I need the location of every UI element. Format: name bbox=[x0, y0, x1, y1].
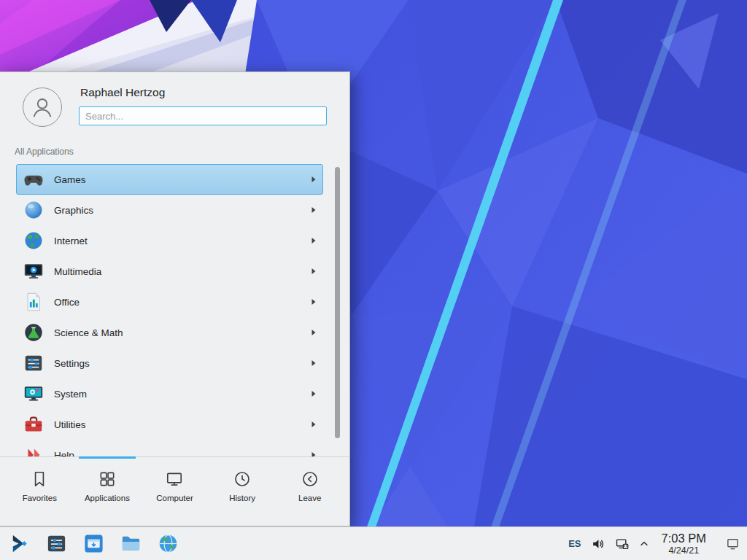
history-icon bbox=[233, 470, 252, 489]
software-center-button[interactable] bbox=[80, 531, 107, 557]
tab-label: Favorites bbox=[23, 494, 57, 502]
tab-history[interactable]: History bbox=[209, 457, 276, 526]
category-label: Settings bbox=[54, 358, 90, 369]
section-label: All Applications bbox=[0, 139, 349, 161]
category-games[interactable]: Games bbox=[16, 164, 323, 195]
user-name: Raphael Hertzog bbox=[80, 86, 165, 99]
tab-label: Computer bbox=[156, 494, 193, 502]
launcher-footer-tabs: Favorites Applications Computer History … bbox=[0, 456, 349, 526]
submenu-arrow-icon bbox=[311, 237, 317, 244]
games-icon bbox=[23, 168, 44, 190]
tab-favorites[interactable]: Favorites bbox=[6, 457, 74, 526]
submenu-arrow-icon bbox=[311, 268, 317, 275]
application-launcher-menu: Raphael Hertzog All Applications Games G… bbox=[0, 71, 350, 526]
category-office[interactable]: Office bbox=[16, 287, 323, 317]
tab-label: Applications bbox=[85, 494, 130, 502]
kickoff-icon bbox=[8, 532, 31, 555]
system-tray: ES 7:03 PM 4/24/21 bbox=[568, 532, 741, 556]
taskbar-panel: ES 7:03 PM 4/24/21 bbox=[0, 526, 747, 560]
computer-icon bbox=[165, 470, 184, 489]
favorites-icon bbox=[30, 470, 49, 489]
tab-label: History bbox=[229, 494, 255, 502]
graphics-icon bbox=[23, 199, 44, 221]
app-launcher-button[interactable] bbox=[6, 531, 32, 557]
tab-computer[interactable]: Computer bbox=[141, 457, 209, 526]
submenu-arrow-icon bbox=[311, 176, 317, 183]
category-help[interactable]: Help bbox=[16, 440, 323, 456]
clock-date: 4/24/21 bbox=[662, 545, 706, 556]
office-icon bbox=[23, 291, 44, 313]
category-utilities[interactable]: Utilities bbox=[16, 409, 323, 440]
category-multimedia[interactable]: Multimedia bbox=[16, 256, 323, 287]
system-settings-button[interactable] bbox=[43, 531, 69, 557]
network-icon[interactable] bbox=[615, 537, 630, 551]
multimedia-icon bbox=[23, 260, 44, 282]
tab-applications[interactable]: Applications bbox=[74, 457, 142, 526]
tab-label: Leave bbox=[298, 494, 321, 502]
system-icon bbox=[23, 383, 44, 405]
file-manager-button[interactable] bbox=[117, 531, 144, 557]
software-center-icon bbox=[82, 532, 105, 555]
category-label: Utilities bbox=[54, 419, 86, 430]
category-settings[interactable]: Settings bbox=[16, 348, 323, 378]
submenu-arrow-icon bbox=[311, 329, 317, 336]
category-label: System bbox=[54, 389, 87, 400]
submenu-arrow-icon bbox=[311, 206, 317, 214]
scrollbar[interactable] bbox=[335, 167, 340, 438]
keyboard-layout-indicator[interactable]: ES bbox=[568, 538, 581, 549]
web-browser-button[interactable] bbox=[155, 531, 181, 557]
category-label: Graphics bbox=[54, 205, 93, 216]
file-manager-icon bbox=[120, 532, 142, 555]
category-label: Multimedia bbox=[54, 266, 101, 277]
show-desktop-icon[interactable] bbox=[726, 537, 740, 551]
category-label: Games bbox=[54, 174, 86, 185]
category-system[interactable]: System bbox=[16, 378, 323, 409]
utilities-icon bbox=[23, 413, 44, 435]
internet-icon bbox=[23, 230, 44, 252]
category-label: Science & Math bbox=[54, 327, 123, 338]
submenu-arrow-icon bbox=[311, 451, 317, 456]
expand-tray-icon[interactable] bbox=[639, 539, 649, 549]
submenu-arrow-icon bbox=[311, 390, 317, 397]
applications-icon bbox=[98, 470, 117, 489]
category-list: Games Graphics Internet Multimedia Offic… bbox=[0, 161, 349, 456]
category-internet[interactable]: Internet bbox=[16, 225, 323, 256]
submenu-arrow-icon bbox=[311, 298, 317, 306]
category-label: Internet bbox=[54, 236, 88, 246]
leave-icon bbox=[301, 470, 320, 489]
clock-widget[interactable]: 7:03 PM 4/24/21 bbox=[662, 532, 706, 556]
category-graphics[interactable]: Graphics bbox=[16, 195, 323, 225]
help-icon bbox=[23, 444, 44, 456]
launcher-header: Raphael Hertzog bbox=[0, 72, 349, 139]
web-browser-icon bbox=[157, 532, 179, 555]
settings-icon bbox=[23, 352, 44, 374]
category-label: Office bbox=[54, 297, 80, 308]
search-input[interactable] bbox=[79, 106, 327, 125]
volume-icon[interactable] bbox=[591, 537, 605, 551]
submenu-arrow-icon bbox=[311, 359, 317, 367]
category-science-math[interactable]: Science & Math bbox=[16, 317, 323, 348]
system-settings-icon bbox=[45, 532, 68, 555]
category-label: Help bbox=[54, 450, 74, 457]
tab-leave[interactable]: Leave bbox=[276, 457, 344, 526]
person-icon bbox=[28, 93, 57, 122]
user-avatar[interactable] bbox=[23, 88, 62, 127]
submenu-arrow-icon bbox=[311, 421, 317, 428]
science-icon bbox=[23, 322, 44, 343]
clock-time: 7:03 PM bbox=[662, 532, 706, 545]
